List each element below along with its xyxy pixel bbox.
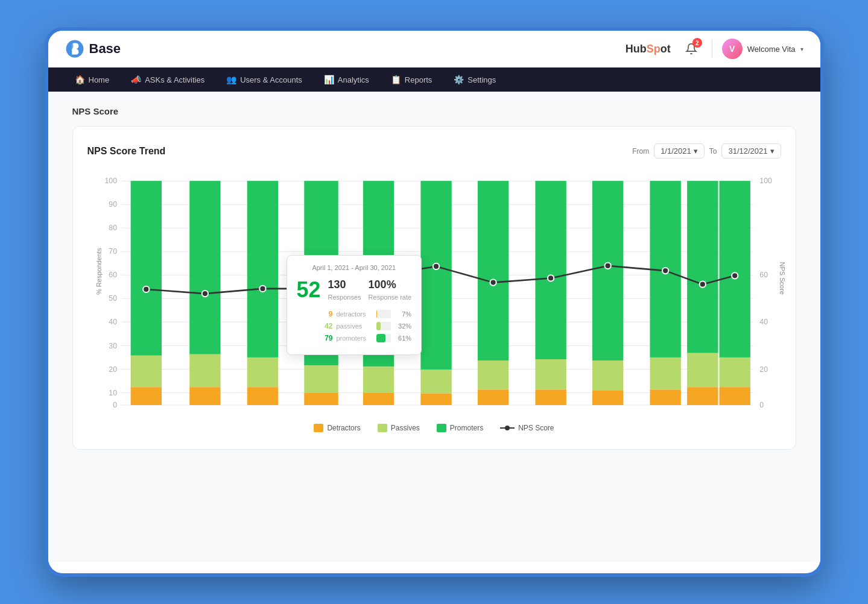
svg-text:80: 80 [109, 224, 117, 232]
tooltip-promoters-label: promoters [337, 335, 373, 342]
svg-point-69 [201, 291, 207, 297]
from-date-select[interactable]: 1/1/2021 ▾ [654, 143, 705, 159]
nav-label-asks: ASKs & Activities [145, 75, 204, 84]
from-label: From [632, 147, 649, 156]
to-date-chevron: ▾ [770, 146, 775, 156]
nav-item-analytics[interactable]: 📊 Analytics [314, 68, 379, 92]
device-frame: Base HubSpot 2 V Welcome Vita ▾ 🏠 [48, 31, 820, 573]
tooltip-promoters-count: 79 [297, 334, 333, 342]
svg-text:0: 0 [113, 401, 117, 409]
user-area[interactable]: V Welcome Vita ▾ [722, 39, 803, 59]
svg-text:10: 10 [109, 389, 117, 397]
svg-rect-63 [687, 353, 718, 388]
svg-text:70: 70 [109, 247, 117, 256]
svg-point-79 [732, 272, 738, 278]
svg-rect-60 [650, 357, 680, 389]
nav-label-reports: Reports [405, 75, 432, 84]
tooltip-detractors-bar-container [376, 310, 391, 318]
analytics-icon: 📊 [324, 75, 334, 84]
nav-label-home: Home [89, 75, 110, 84]
svg-text:90: 90 [109, 200, 117, 209]
to-date-value: 31/12/2021 [728, 146, 767, 156]
chart-legend: Detractors Passives Promoters NPS Score [87, 424, 781, 432]
svg-rect-40 [247, 387, 277, 405]
notification-button[interactable]: 2 [680, 38, 702, 60]
svg-point-77 [662, 268, 668, 274]
nav-item-home[interactable]: 🏠 Home [65, 68, 119, 92]
svg-rect-43 [304, 392, 338, 405]
from-date-value: 1/1/2021 [661, 146, 691, 156]
settings-icon: ⚙️ [454, 75, 464, 84]
svg-rect-42 [304, 365, 338, 392]
chart-tooltip: April 1, 2021 - April 30, 2021 52 130 Re… [287, 255, 422, 355]
svg-rect-48 [420, 370, 451, 393]
svg-rect-67 [719, 387, 750, 405]
svg-text:50: 50 [109, 294, 117, 303]
nav-label-users: Users & Accounts [240, 75, 302, 84]
svg-point-78 [699, 282, 705, 288]
svg-point-68 [143, 286, 149, 292]
nav-label-settings: Settings [467, 75, 496, 84]
svg-rect-46 [363, 392, 393, 405]
to-date-select[interactable]: 31/12/2021 ▾ [721, 143, 781, 159]
svg-text:20: 20 [759, 365, 768, 374]
svg-rect-50 [477, 181, 508, 360]
header-right: HubSpot 2 V Welcome Vita ▾ [626, 38, 803, 60]
main-content: NPS Score NPS Score Trend From 1/1/2021 … [48, 92, 820, 562]
svg-rect-64 [687, 387, 718, 405]
svg-rect-37 [189, 387, 220, 405]
tooltip-rate-val: 100% [369, 278, 396, 291]
tooltip-passives-label: passives [337, 322, 373, 330]
svg-rect-34 [130, 387, 161, 405]
page-title: NPS Score [72, 106, 796, 116]
tooltip-nps-score: 52 [297, 277, 321, 303]
app-name: Base [89, 41, 121, 57]
nav-item-reports[interactable]: 📋 Reports [381, 68, 442, 92]
date-controls: From 1/1/2021 ▾ To 31/12/2021 ▾ [632, 143, 781, 159]
svg-text:0: 0 [759, 401, 764, 409]
svg-point-74 [490, 279, 496, 285]
to-label: To [709, 147, 717, 156]
svg-rect-56 [592, 181, 622, 360]
tooltip-passives-bar-container [376, 322, 391, 330]
tooltip-rows: 9 detractors 7% 42 passives [297, 310, 412, 342]
chart-svg: 100 90 80 70 60 50 40 30 20 10 0 100 60 … [93, 171, 775, 412]
chart-title: NPS Score Trend [87, 146, 166, 157]
legend-promoters-swatch [437, 424, 446, 432]
nav-bar: 🏠 Home 📣 ASKs & Activities 👥 Users & Acc… [48, 68, 820, 92]
legend-nps-score: NPS Score [500, 424, 554, 432]
tooltip-promoters-row: 79 promoters 61% [297, 334, 412, 342]
hubspot-logo: HubSpot [626, 43, 671, 55]
user-greeting: Welcome Vita [747, 45, 796, 54]
nav-item-users[interactable]: 👥 Users & Accounts [217, 68, 312, 92]
notification-badge: 2 [692, 38, 702, 48]
tooltip-detractors-row: 9 detractors 7% [297, 310, 412, 318]
tooltip-responses-label: Responses [328, 294, 361, 301]
tooltip-detractors-label: detractors [337, 310, 373, 318]
svg-rect-54 [535, 359, 566, 389]
tooltip-stats: 130 Responses [328, 278, 361, 302]
tooltip-detractors-bar [376, 310, 378, 318]
svg-text:40: 40 [759, 318, 768, 326]
svg-rect-47 [420, 181, 451, 370]
tooltip-detractors-pct: 7% [394, 310, 411, 318]
svg-rect-45 [363, 366, 393, 392]
top-header: Base HubSpot 2 V Welcome Vita ▾ [48, 31, 820, 68]
tooltip-promoters-pct: 61% [394, 335, 411, 342]
home-icon: 🏠 [75, 75, 85, 84]
svg-rect-49 [420, 394, 451, 406]
tooltip-score-row: 52 130 Responses 100% Response rate [297, 277, 412, 303]
reports-icon: 📋 [391, 75, 401, 84]
user-menu-chevron: ▾ [800, 46, 803, 52]
svg-text:100: 100 [759, 177, 772, 185]
svg-rect-55 [535, 389, 566, 405]
legend-passives-label: Passives [391, 424, 420, 432]
svg-rect-36 [189, 354, 220, 387]
nav-item-settings[interactable]: ⚙️ Settings [444, 68, 505, 92]
legend-detractors-swatch [314, 424, 323, 432]
svg-rect-35 [189, 181, 220, 354]
tooltip-passives-pct: 32% [394, 322, 411, 330]
nav-item-asks[interactable]: 📣 ASKs & Activities [121, 68, 214, 92]
legend-promoters-label: Promoters [450, 424, 483, 432]
tooltip-promoters-bar-container [376, 334, 391, 342]
